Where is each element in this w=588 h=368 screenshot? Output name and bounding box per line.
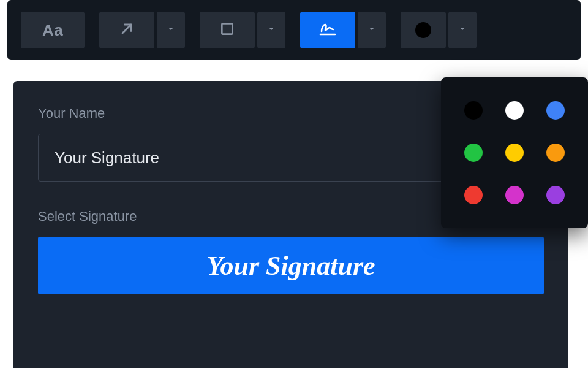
chevron-down-icon xyxy=(266,24,276,36)
signature-icon xyxy=(317,20,338,40)
chevron-down-icon xyxy=(367,24,377,36)
text-tool-button[interactable]: Aa xyxy=(21,12,85,48)
chevron-down-icon xyxy=(166,24,176,36)
rectangle-tool-button[interactable] xyxy=(200,12,255,48)
color-swatch-white[interactable] xyxy=(505,101,524,120)
color-swatch-red[interactable] xyxy=(464,186,483,204)
color-swatch-yellow[interactable] xyxy=(505,144,524,162)
svg-line-0 xyxy=(123,25,131,33)
chevron-down-icon xyxy=(458,24,467,36)
arrow-icon xyxy=(118,20,135,40)
signature-preview-text: Your Signature xyxy=(206,250,375,282)
color-swatch-green[interactable] xyxy=(464,144,483,162)
arrow-tool-group xyxy=(99,12,185,48)
signature-tool-dropdown[interactable] xyxy=(358,12,386,48)
color-swatch-black[interactable] xyxy=(464,101,483,120)
signature-tool-button[interactable] xyxy=(300,12,355,48)
color-swatch-magenta[interactable] xyxy=(505,186,524,204)
color-swatch-orange[interactable] xyxy=(546,144,565,162)
color-picker-popover xyxy=(441,77,588,228)
signature-tool-group xyxy=(300,12,386,48)
color-tool-group xyxy=(401,12,477,48)
color-tool-button[interactable] xyxy=(401,12,446,48)
color-tool-dropdown[interactable] xyxy=(448,12,477,48)
rectangle-icon xyxy=(219,21,235,39)
text-tool-label: Aa xyxy=(42,21,63,40)
signature-preview-tile[interactable]: Your Signature xyxy=(38,237,544,294)
color-swatch-purple[interactable] xyxy=(546,186,565,204)
arrow-tool-button[interactable] xyxy=(99,12,154,48)
color-swatch-blue[interactable] xyxy=(546,101,565,120)
svg-rect-1 xyxy=(222,23,232,34)
rectangle-tool-group xyxy=(200,12,285,48)
current-color-swatch xyxy=(415,22,431,38)
rectangle-tool-dropdown[interactable] xyxy=(257,12,285,48)
toolbar: Aa xyxy=(7,0,581,60)
arrow-tool-dropdown[interactable] xyxy=(157,12,185,48)
